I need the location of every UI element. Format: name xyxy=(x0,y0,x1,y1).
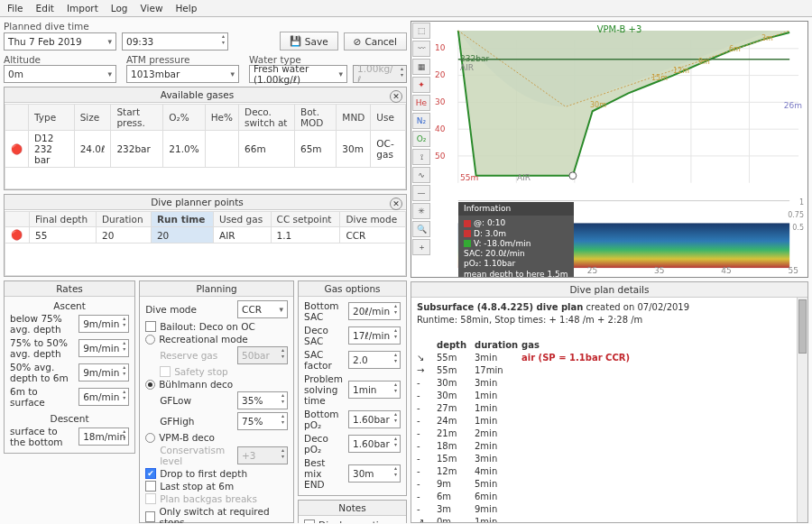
cylinder-icon: 🔴 xyxy=(5,227,30,244)
gasopt-title: Gas options xyxy=(299,281,406,297)
menu-help[interactable]: Help xyxy=(175,3,197,14)
density-field: 1.00kg/ℓ xyxy=(353,65,407,83)
water-type-field[interactable]: Fresh water (1.00kg/ℓ) xyxy=(249,65,347,83)
notes-check-0[interactable] xyxy=(304,519,315,523)
drop-check[interactable] xyxy=(145,468,156,479)
gasopt-label: Bottom pO₂ xyxy=(304,409,343,430)
planning-panel: Planning Dive mode CCR Bailout: Deco on … xyxy=(139,280,294,523)
descent-label: Descent xyxy=(10,413,129,424)
dive-mode-select[interactable]: CCR xyxy=(237,300,288,318)
gasopt-label: Deco SAC xyxy=(304,325,343,346)
points-table[interactable]: Final depthDuration Run time Used gasCC … xyxy=(5,211,406,276)
notes-title: Notes xyxy=(299,501,406,516)
vpmb-radio[interactable] xyxy=(145,433,155,443)
available-gases-title: Available gases xyxy=(161,89,234,100)
rate-below75[interactable]: 9m/min xyxy=(78,315,129,333)
dive-profile-chart[interactable]: ⬚ 〰 ▦ ✦ He N₂ O₂ ⟟ ∿ — ✳ 🔍 ＋ xyxy=(411,21,808,278)
tool-n2[interactable]: N₂ xyxy=(412,113,430,129)
ascent-label: Ascent xyxy=(10,300,129,311)
details-scrollbar[interactable] xyxy=(797,298,807,522)
rate-6tosurf[interactable]: 6m/min xyxy=(78,388,129,406)
gasopt-label: Bottom SAC xyxy=(304,300,343,322)
safety-check xyxy=(160,366,171,377)
plan-row: -18m2min xyxy=(417,440,802,453)
descent-row-label: surface to the bottom xyxy=(10,426,73,447)
gasopt-field-6[interactable]: 30m xyxy=(348,464,401,483)
menu-log[interactable]: Log xyxy=(111,3,128,14)
tool-2[interactable]: 〰 xyxy=(412,41,430,57)
gasopt-field-0[interactable]: 20ℓ/min xyxy=(348,302,401,320)
svg-point-11 xyxy=(569,172,577,179)
tool-gear[interactable]: ✳ xyxy=(412,203,430,219)
rate-label: 50% avg. depth to 6m xyxy=(10,362,73,383)
menu-import[interactable]: Import xyxy=(67,3,98,14)
onlyswitch-check[interactable] xyxy=(145,511,155,522)
depth-55m-label: 55m xyxy=(460,173,478,182)
rate-label: 6m to surface xyxy=(10,386,73,408)
gasopt-field-4[interactable]: 1.60bar xyxy=(348,410,401,428)
time-field[interactable]: 09:33 xyxy=(122,32,228,51)
tool-line[interactable]: — xyxy=(412,185,430,201)
gas-label-left: AIR xyxy=(460,63,474,72)
plan-row: -15m3min xyxy=(417,453,802,465)
tool-he[interactable]: He xyxy=(412,95,430,111)
gfhigh-field[interactable]: 75% xyxy=(237,412,288,430)
cancel-button[interactable]: ⊘ Cancel xyxy=(344,32,407,51)
planned-time-label: Planned dive time xyxy=(4,21,407,32)
rate-label: below 75% avg. depth xyxy=(10,313,73,335)
gasopt-field-3[interactable]: 1min xyxy=(348,381,401,399)
gasopt-label: SAC factor xyxy=(304,349,343,371)
gasopt-field-1[interactable]: 17ℓ/min xyxy=(348,326,401,345)
plan-row: -24m1min xyxy=(417,415,802,427)
plan-row: -9m5min xyxy=(417,478,802,491)
tool-1[interactable]: ⬚ xyxy=(412,23,430,39)
plan-row: ↘55m3minair (SP = 1.1bar CCR) xyxy=(417,352,802,364)
tool-plus[interactable]: ＋ xyxy=(412,239,430,255)
gases-close-icon[interactable]: ✕ xyxy=(390,90,402,103)
menu-edit[interactable]: Edit xyxy=(36,3,54,14)
gasopt-field-5[interactable]: 1.60bar xyxy=(348,435,401,453)
last6-check[interactable] xyxy=(145,481,156,492)
tool-o2[interactable]: O₂ xyxy=(412,131,430,147)
menu-file[interactable]: File xyxy=(7,3,23,14)
point-row[interactable]: 🔴 5520 20 AIR1.1CCR xyxy=(5,227,406,244)
menubar: File Edit Import Log View Help xyxy=(0,0,812,17)
rate-50to6[interactable]: 9m/min xyxy=(78,363,129,382)
tool-zoom[interactable]: 🔍 xyxy=(412,221,430,237)
points-close-icon[interactable]: ✕ xyxy=(390,198,402,210)
reserve-gas: 50bar xyxy=(237,346,288,364)
tool-graph[interactable]: ∿ xyxy=(412,167,430,183)
atm-field[interactable]: 1013mbar xyxy=(126,65,239,83)
date-field[interactable]: Thu 7 Feb 2019 xyxy=(4,32,116,51)
rate-label: 75% to 50% avg. depth xyxy=(10,337,73,359)
rate-descent[interactable]: 18m/min xyxy=(78,427,129,446)
tool-3[interactable]: ▦ xyxy=(412,59,430,75)
conservatism-field: +3 xyxy=(237,446,288,464)
gas-row[interactable]: 🔴 D12 232 bar24.0ℓ232bar 21.0%66m 65m30m… xyxy=(5,131,406,168)
gases-table[interactable]: TypeSizeStart press. O₂%He%Deco. switch … xyxy=(5,104,406,189)
recreational-radio[interactable] xyxy=(145,335,155,345)
chart-tooltip: Information @: 0:10 D: 3.0m V: -18.0m/mi… xyxy=(458,202,574,277)
gasopt-label: Problem solving time xyxy=(304,373,343,406)
save-button[interactable]: 💾 Save xyxy=(280,32,338,51)
buhlmann-radio[interactable] xyxy=(145,380,155,390)
plan-details-panel: Dive plan details Subsurface (4.8.4.225)… xyxy=(411,281,808,523)
backgas-check xyxy=(145,493,156,504)
menu-view[interactable]: View xyxy=(141,3,163,14)
gasopt-field-2[interactable]: 2.0 xyxy=(348,351,401,369)
gflow-field[interactable]: 35% xyxy=(237,391,288,409)
rate-75to50[interactable]: 9m/min xyxy=(78,339,129,357)
chart-toolstrip: ⬚ 〰 ▦ ✦ He N₂ O₂ ⟟ ∿ — ✳ 🔍 ＋ xyxy=(411,22,431,277)
chart-title: VPM-B +3 xyxy=(597,24,642,34)
gasopt-label: Best mix END xyxy=(304,457,343,490)
tool-bar[interactable]: ⟟ xyxy=(412,149,430,165)
tool-4[interactable]: ✦ xyxy=(412,77,430,93)
plan-row: -30m3min xyxy=(417,377,802,390)
altitude-field[interactable]: 0m xyxy=(4,65,116,83)
gas-options-panel: Gas options Bottom SAC20ℓ/minDeco SAC17ℓ… xyxy=(298,280,407,496)
bailout-check[interactable] xyxy=(145,321,156,332)
plan-row: -3m9min xyxy=(417,503,802,516)
rates-title: Rates xyxy=(5,281,134,297)
plan-row: -27m1min xyxy=(417,402,802,415)
details-body[interactable]: Subsurface (4.8.4.225) dive plan created… xyxy=(411,298,807,522)
